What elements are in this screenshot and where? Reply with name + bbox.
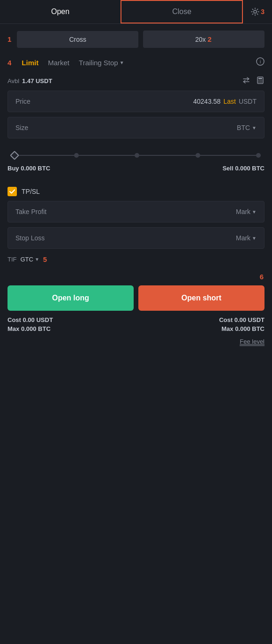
slider-buy-value: 0.000 BTC [21, 165, 50, 172]
stop-loss-mark-dropdown[interactable]: Mark ▼ [236, 234, 257, 242]
order-type-trailing-stop[interactable]: Trailing Stop ▼ [79, 59, 124, 67]
leverage-button[interactable]: 20x 2 [143, 31, 264, 48]
gear-icon [250, 7, 260, 16]
calculator-icon[interactable] [256, 76, 264, 86]
svg-text:i: i [260, 59, 261, 64]
label-6: 6 [260, 273, 264, 281]
slider-sell-value: 0.000 BTC [235, 165, 264, 172]
tab-open[interactable]: Open [0, 1, 121, 23]
settings-badge: 3 [261, 8, 264, 15]
order-type-market[interactable]: Market [48, 59, 69, 67]
size-field[interactable]: Size BTC ▼ [8, 117, 264, 138]
max-long-value: 0.000 BTC [21, 325, 51, 332]
tif-value: GTC [21, 256, 33, 263]
svg-point-9 [260, 82, 261, 83]
price-unit: USDT [239, 98, 257, 105]
slider-point-100[interactable] [256, 153, 261, 158]
slider-buy-label: Buy 0.000 BTC [8, 165, 50, 172]
stop-loss-label: Stop Loss [15, 234, 45, 242]
avbl-icons [242, 76, 264, 86]
label-4: 4 [8, 59, 11, 67]
info-icon[interactable]: i [256, 57, 264, 68]
margin-type-button[interactable]: Cross [17, 31, 138, 48]
max-row: Max 0.000 BTC Max 0.000 BTC [8, 325, 264, 332]
price-label: Price [15, 98, 30, 105]
label-1: 1 [8, 35, 11, 43]
available-label: Avbl [8, 77, 19, 84]
label-2: 2 [208, 35, 212, 43]
price-field[interactable]: Price 40243.58 Last USDT [8, 91, 264, 112]
tif-row: TIF GTC ▼ 5 [8, 255, 264, 263]
svg-point-10 [261, 82, 262, 83]
svg-point-6 [260, 80, 261, 81]
svg-point-5 [258, 80, 259, 81]
available-value: 1.47 USDT [22, 77, 52, 84]
slider-container: Buy 0.000 BTC Sell 0.000 BTC [8, 143, 264, 180]
max-short-value: 0.000 BTC [235, 325, 264, 332]
max-long-item: Max 0.000 BTC [8, 325, 51, 332]
tpsl-row: TP/SL [8, 187, 264, 196]
order-type-limit[interactable]: Limit [22, 59, 38, 67]
order-type-row: 4 Limit Market Trailing Stop ▼ i [8, 57, 264, 68]
settings-button[interactable]: 3 [243, 0, 272, 23]
fee-level-row: Fee level [8, 338, 264, 355]
take-profit-mark-dropdown[interactable]: Mark ▼ [236, 208, 257, 215]
tpsl-checkbox[interactable] [8, 187, 17, 196]
slider-handle-0[interactable] [10, 151, 19, 160]
take-profit-field[interactable]: Take Profit Mark ▼ [8, 201, 264, 222]
tpsl-label: TP/SL [22, 188, 40, 195]
tif-chevron: ▼ [35, 257, 39, 262]
fee-level-link[interactable]: Fee level [240, 338, 264, 346]
take-profit-label: Take Profit [15, 208, 46, 215]
svg-point-7 [261, 80, 262, 81]
size-unit-chevron: ▼ [252, 125, 257, 130]
action-buttons: Open long Open short [8, 285, 264, 311]
transfer-icon[interactable] [242, 76, 250, 86]
margin-row: 1 Cross 20x 2 [8, 31, 264, 48]
slider-sell-label: Sell 0.000 BTC [222, 165, 264, 172]
tif-dropdown[interactable]: GTC ▼ [21, 256, 39, 263]
slider-point-25[interactable] [74, 153, 79, 158]
stop-loss-field[interactable]: Stop Loss Mark ▼ [8, 227, 264, 249]
label-6-row: 6 [8, 273, 264, 281]
slider-wrapper[interactable] [11, 150, 261, 161]
slider-buy-sell: Buy 0.000 BTC Sell 0.000 BTC [8, 165, 264, 172]
stop-loss-chevron: ▼ [252, 236, 257, 241]
svg-point-8 [258, 82, 259, 83]
take-profit-chevron: ▼ [252, 209, 257, 215]
slider-point-75[interactable] [196, 153, 200, 158]
size-unit-dropdown[interactable]: BTC ▼ [237, 124, 257, 131]
cost-short-value: 0.00 USDT [234, 316, 264, 323]
max-short-item: Max 0.000 BTC [221, 325, 264, 332]
cost-row: Cost 0.00 USDT Cost 0.00 USDT [8, 316, 264, 323]
open-long-button[interactable]: Open long [8, 285, 134, 311]
size-unit-value: BTC [237, 124, 250, 131]
slider-points [11, 150, 261, 161]
price-last: Last [223, 98, 235, 105]
label-5: 5 [43, 255, 47, 263]
top-tabs: Open Close 3 [0, 0, 272, 24]
open-short-button[interactable]: Open short [138, 285, 264, 311]
price-value: 40243.58 [193, 98, 220, 105]
cost-long-value: 0.00 USDT [23, 316, 53, 323]
cost-long-item: Cost 0.00 USDT [8, 316, 53, 323]
svg-point-0 [254, 10, 257, 13]
svg-rect-4 [258, 78, 262, 79]
size-label: Size [15, 124, 28, 131]
tab-close[interactable]: Close [121, 0, 243, 23]
slider-point-50[interactable] [135, 153, 139, 158]
cost-short-item: Cost 0.00 USDT [219, 316, 264, 323]
available-row: Avbl 1.47 USDT [8, 76, 264, 86]
tif-label: TIF [8, 256, 17, 263]
trailing-stop-chevron: ▼ [120, 60, 124, 65]
